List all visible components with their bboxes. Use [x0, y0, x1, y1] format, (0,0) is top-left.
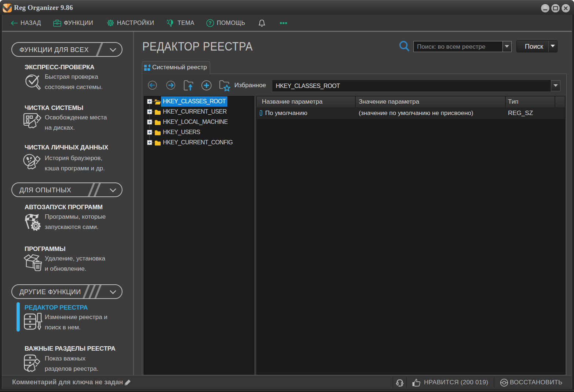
- svg-text:?: ?: [209, 20, 212, 26]
